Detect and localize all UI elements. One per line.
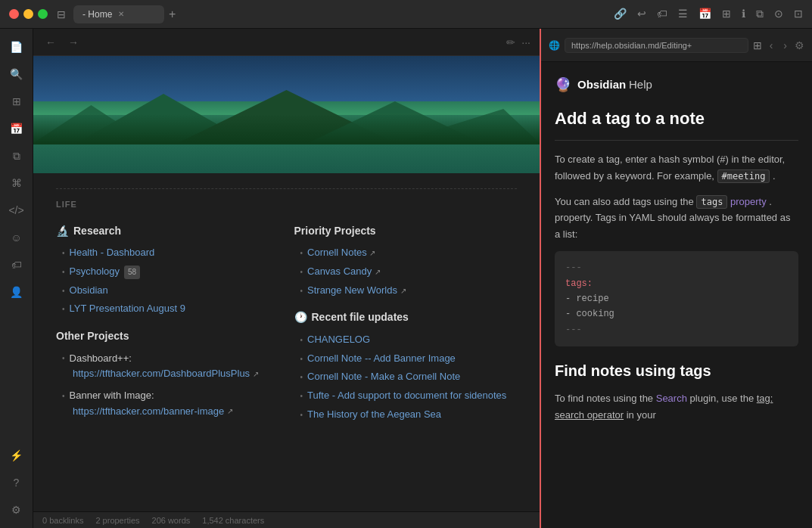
help-section-2-text: To find notes using the Search plugin, u…: [555, 390, 798, 423]
banner-url-link[interactable]: https://tfthacker.com/banner-image ↗: [73, 404, 279, 420]
obsidian-link[interactable]: Obsidian: [70, 283, 108, 299]
sidebar-item-terminal[interactable]: ⌘: [5, 171, 29, 195]
dashboard-label: Dashboard++:: [62, 351, 279, 367]
changelog-link[interactable]: CHANGELOG: [307, 332, 370, 348]
help-header: 🔮 Obsidian Help: [555, 74, 798, 96]
add-tab-button[interactable]: +: [169, 8, 176, 21]
clock-icon: 🕐: [294, 309, 307, 325]
priority-projects-list: Cornell Notes ↗ Canvas Candy ↗: [294, 245, 518, 298]
properties-count[interactable]: 2 properties: [95, 516, 139, 525]
strange-new-worlds-link[interactable]: Strange New Worlds ↗: [307, 283, 406, 299]
tufte-link[interactable]: Tufte - Add support to document for side…: [307, 388, 506, 404]
other-projects-heading: Other Projects: [56, 328, 279, 344]
code-dashes-end: ---: [565, 322, 788, 337]
tag-icon[interactable]: 🏷: [657, 8, 667, 20]
help-section-2-title: Find notes using tags: [555, 359, 798, 383]
sidebar-item-calendar[interactable]: 📅: [5, 116, 29, 141]
tab-bar: ⊟ - Home ✕ +: [57, 5, 614, 23]
window-icon[interactable]: ⧉: [756, 8, 764, 20]
list-item: Health - Dashboard: [62, 245, 279, 261]
forward-button[interactable]: →: [65, 35, 82, 50]
tab-home[interactable]: - Home ✕: [73, 5, 164, 23]
icon-sidebar: 📄 🔍 ⊞ 📅 ⧉ ⌘ </> ☺ 🏷 👤 ⚡ ? ⚙: [0, 29, 33, 528]
list-item: Cornell Notes ↗: [300, 245, 518, 261]
priority-projects-heading: Priority Projects: [294, 222, 518, 239]
two-column-layout: 🔬 Research Health - Dashboard Psychology…: [56, 222, 517, 426]
brand-suffix: Help: [629, 78, 652, 91]
cornell-make-link[interactable]: Cornell Note - Make a Cornell Note: [307, 369, 460, 385]
psychology-link[interactable]: Psychology: [70, 264, 120, 280]
sidebar-toggle-icon[interactable]: ⊟: [57, 8, 66, 20]
search-link[interactable]: Search: [656, 393, 687, 404]
status-bar: 0 backlinks 2 properties 206 words 1,542…: [33, 511, 540, 528]
note-toolbar: ← → ✏ ···: [33, 29, 540, 56]
link-icon[interactable]: 🔗: [614, 8, 627, 20]
external-link-icon: ↗: [227, 405, 233, 418]
backlink-icon[interactable]: ↩: [637, 8, 646, 20]
list-item: Obsidian: [62, 283, 279, 299]
close-button[interactable]: [9, 9, 19, 19]
list-item: The History of the Aegean Sea: [300, 407, 518, 423]
external-link-icon: ↗: [253, 368, 259, 380]
sidebar-item-settings[interactable]: ⚙: [5, 498, 29, 522]
help-settings-icon[interactable]: ⚙: [795, 39, 804, 51]
maximize-button[interactable]: [38, 9, 48, 19]
lyt-link[interactable]: LYT Presentation August 9: [70, 301, 185, 317]
sidebar-item-extension[interactable]: ⚡: [5, 443, 29, 467]
priority-projects-section: Priority Projects Cornell Notes ↗: [294, 222, 518, 299]
list-item: Cornell Note -- Add Banner Image: [300, 351, 518, 367]
recent-files-section: 🕐 Recent file updates CHANGELOG Cornell …: [294, 309, 518, 422]
minimize-button[interactable]: [23, 9, 33, 19]
sidebar-item-user[interactable]: 👤: [5, 280, 29, 304]
list-icon[interactable]: ☰: [678, 8, 688, 20]
help-back-button[interactable]: ‹: [767, 38, 776, 53]
help-forward-button[interactable]: ›: [780, 38, 790, 53]
sidebar-item-search[interactable]: 🔍: [5, 62, 29, 86]
traffic-lights: [9, 9, 48, 19]
cornell-banner-link[interactable]: Cornell Note -- Add Banner Image: [307, 351, 456, 367]
recent-files-heading: 🕐 Recent file updates: [294, 309, 518, 325]
other-projects-list: Dashboard++: https://tfthacker.com/Dashb…: [56, 351, 279, 420]
sidebar-item-files[interactable]: 📄: [5, 35, 29, 59]
tab-close-icon[interactable]: ✕: [118, 10, 124, 18]
popout-icon[interactable]: ⊞: [753, 39, 762, 51]
help-url-bar[interactable]: https://help.obsidian.md/Editing+: [565, 38, 748, 53]
sidebar-item-copy[interactable]: ⧉: [5, 144, 29, 168]
list-item: Tufte - Add support to document for side…: [300, 388, 518, 404]
panel-icon[interactable]: ⊡: [794, 8, 803, 20]
external-link-icon: ↗: [400, 287, 406, 295]
more-icon[interactable]: ···: [521, 36, 530, 48]
help-intro: To create a tag, enter a hash symbol (#)…: [555, 151, 798, 184]
sidebar-item-graph[interactable]: ⊞: [5, 89, 29, 113]
edit-icon[interactable]: ✏: [506, 36, 515, 48]
dashboard-url-link[interactable]: https://tfthacker.com/DashboardPlusPlus …: [73, 366, 279, 382]
other-projects-section: Other Projects Dashboard++: https://tfth…: [56, 328, 279, 420]
info-icon[interactable]: ℹ: [742, 8, 745, 20]
brand-name: Obsidian: [577, 78, 626, 91]
back-button[interactable]: ←: [42, 35, 59, 50]
help-brand: Obsidian Help: [577, 76, 652, 94]
aegean-link[interactable]: The History of the Aegean Sea: [307, 407, 441, 423]
banner-image: [33, 56, 540, 173]
account-icon[interactable]: ⊙: [774, 8, 783, 20]
external-link-icon: ↗: [375, 268, 381, 276]
sidebar-item-emoji[interactable]: ☺: [5, 225, 29, 250]
backlinks-count[interactable]: 0 backlinks: [42, 516, 83, 525]
property-link[interactable]: property: [730, 196, 767, 207]
list-item: LYT Presentation August 9: [62, 301, 279, 317]
health-dashboard-link[interactable]: Health - Dashboard: [70, 245, 155, 261]
code-dashes-start: ---: [565, 260, 788, 275]
sidebar-item-tag[interactable]: 🏷: [5, 253, 29, 277]
canvas-candy-link[interactable]: Canvas Candy ↗: [307, 264, 381, 280]
toolbar-right: ✏ ···: [506, 36, 530, 48]
sidebar-item-help[interactable]: ?: [5, 471, 29, 495]
code-key: tags:: [565, 278, 593, 289]
note-area: ← → ✏ ···: [33, 29, 540, 528]
divider: [555, 140, 798, 141]
sidebar-item-code[interactable]: </>: [5, 198, 29, 222]
research-icon: 🔬: [56, 222, 69, 239]
template-icon[interactable]: ⊞: [722, 8, 731, 20]
tags-code: tags: [696, 195, 727, 209]
calendar-icon[interactable]: 📅: [698, 8, 711, 20]
cornell-notes-link[interactable]: Cornell Notes ↗: [307, 245, 375, 261]
